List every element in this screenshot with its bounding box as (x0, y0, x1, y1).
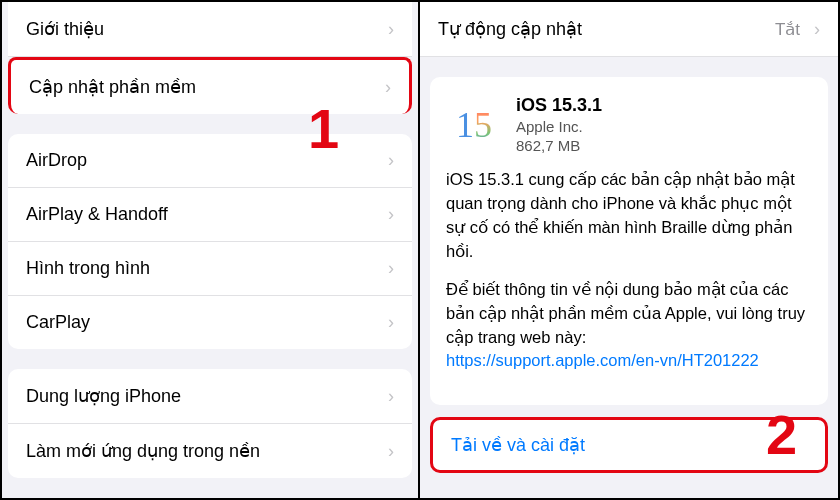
settings-group-sharing: AirDrop › AirPlay & Handoff › Hình trong… (8, 134, 412, 349)
download-install-button[interactable]: Tải về và cài đặt (430, 417, 828, 473)
settings-row-iphone-storage[interactable]: Dung lượng iPhone › (8, 369, 412, 424)
update-description-2: Để biết thông tin về nội dung bảo mật củ… (446, 278, 812, 374)
update-desc2-text: Để biết thông tin về nội dung bảo mật củ… (446, 280, 805, 346)
row-label: Tự động cập nhật (438, 18, 582, 40)
settings-row-carplay[interactable]: CarPlay › (8, 296, 412, 349)
row-label: Hình trong hình (26, 258, 150, 279)
update-description-1: iOS 15.3.1 cung cấp các bản cập nhật bảo… (446, 168, 812, 264)
chevron-right-icon: › (388, 204, 394, 225)
settings-row-about[interactable]: Giới thiệu › (8, 2, 412, 57)
row-label: Giới thiệu (26, 18, 104, 40)
ios-version-icon: 15 (446, 97, 502, 153)
row-label: AirDrop (26, 150, 87, 171)
settings-row-airdrop[interactable]: AirDrop › (8, 134, 412, 188)
chevron-right-icon: › (385, 77, 391, 98)
software-update-card: 15 iOS 15.3.1 Apple Inc. 862,7 MB iOS 15… (430, 77, 828, 405)
settings-row-software-update[interactable]: Cập nhật phần mềm › (8, 57, 412, 114)
settings-row-pip[interactable]: Hình trong hình › (8, 242, 412, 296)
row-value: Tắt (775, 19, 800, 40)
security-info-link[interactable]: https://support.apple.com/en-vn/HT201222 (446, 351, 759, 369)
update-title: iOS 15.3.1 (516, 95, 812, 116)
chevron-right-icon: › (388, 312, 394, 333)
update-vendor: Apple Inc. (516, 116, 812, 137)
chevron-right-icon: › (388, 258, 394, 279)
install-label: Tải về và cài đặt (451, 435, 585, 455)
chevron-right-icon: › (388, 150, 394, 171)
row-label: CarPlay (26, 312, 90, 333)
chevron-right-icon: › (388, 441, 394, 462)
row-label: Cập nhật phần mềm (29, 76, 196, 98)
settings-row-background-refresh[interactable]: Làm mới ứng dụng trong nền › (8, 424, 412, 478)
settings-row-airplay-handoff[interactable]: AirPlay & Handoff › (8, 188, 412, 242)
settings-row-auto-update[interactable]: Tự động cập nhật Tắt › (420, 2, 838, 57)
chevron-right-icon: › (388, 19, 394, 40)
settings-group-storage: Dung lượng iPhone › Làm mới ứng dụng tro… (8, 369, 412, 478)
row-label: Làm mới ứng dụng trong nền (26, 440, 260, 462)
row-label: AirPlay & Handoff (26, 204, 168, 225)
row-label: Dung lượng iPhone (26, 385, 181, 407)
chevron-right-icon: › (388, 386, 394, 407)
update-size: 862,7 MB (516, 137, 812, 154)
chevron-right-icon: › (814, 19, 820, 40)
